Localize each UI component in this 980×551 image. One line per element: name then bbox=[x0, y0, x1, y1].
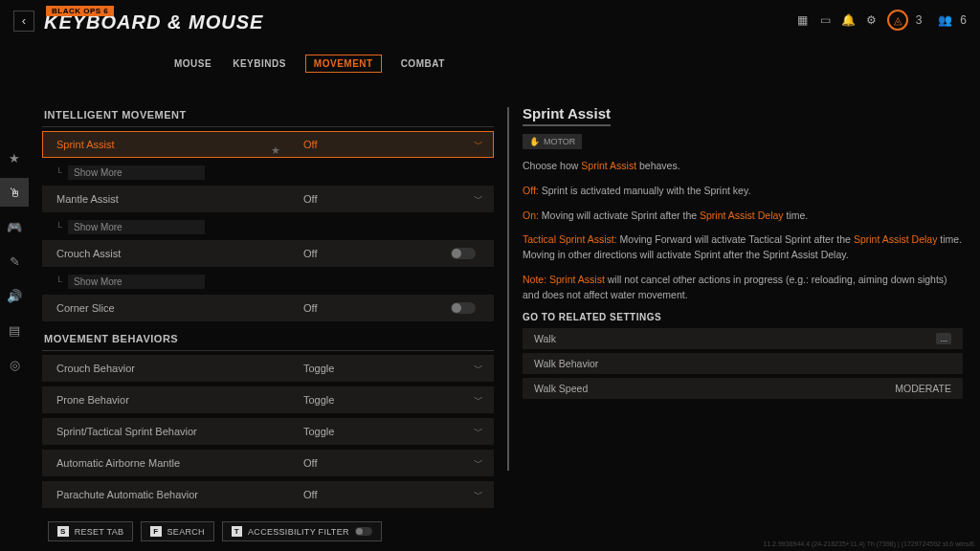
setting-sprint-behavior[interactable]: Sprint/Tactical Sprint Behavior Toggle ﹀ bbox=[42, 418, 494, 445]
setting-crouch-behavior[interactable]: Crouch Behavior Toggle ﹀ bbox=[42, 355, 494, 382]
party-indicator[interactable]: ◬ bbox=[887, 10, 908, 31]
tab-combat[interactable]: COMBAT bbox=[399, 55, 447, 73]
setting-value: Off bbox=[294, 457, 464, 469]
header-right: ▦ ▭ 🔔 ⚙ ◬ 3 👥 6 bbox=[795, 10, 967, 31]
nav-star-icon[interactable]: ★ bbox=[0, 143, 29, 172]
setting-label: Parachute Automatic Behavior bbox=[43, 489, 294, 500]
setting-value: Off bbox=[294, 248, 451, 259]
friends-count: 6 bbox=[960, 13, 967, 27]
star-icon: ★ bbox=[271, 144, 280, 157]
setting-label: Crouch Assist bbox=[43, 248, 294, 259]
tabs: MOUSE KEYBINDS MOVEMENT COMBAT bbox=[172, 55, 980, 73]
section-movement-behaviors: MOVEMENT BEHAVIORS bbox=[42, 329, 494, 351]
toggle-switch[interactable] bbox=[451, 302, 476, 314]
card-icon[interactable]: ▭ bbox=[818, 12, 834, 28]
setting-label: Crouch Behavior bbox=[43, 363, 294, 374]
toggle-switch[interactable] bbox=[355, 527, 372, 536]
back-button[interactable]: ‹ bbox=[13, 11, 34, 32]
accessibility-filter-button[interactable]: TACCESSIBILITY FILTER bbox=[222, 521, 382, 541]
related-label: Walk Behavior bbox=[534, 358, 598, 369]
setting-value: Toggle bbox=[294, 363, 464, 374]
setting-mantle-assist[interactable]: Mantle Assist Off ﹀ bbox=[42, 186, 494, 212]
show-more[interactable]: └Show More bbox=[42, 217, 494, 236]
chevron-down-icon[interactable]: ﹀ bbox=[464, 192, 493, 206]
party-count: 3 bbox=[916, 13, 923, 27]
search-button[interactable]: FSEARCH bbox=[141, 521, 214, 541]
nav-display-icon[interactable]: ▤ bbox=[0, 316, 29, 344]
related-walk[interactable]: Walk ... bbox=[523, 328, 963, 349]
setting-parachute-behavior[interactable]: Parachute Automatic Behavior Off ﹀ bbox=[42, 481, 494, 508]
setting-crouch-assist[interactable]: Crouch Assist Off bbox=[42, 240, 494, 267]
tab-mouse[interactable]: MOUSE bbox=[172, 55, 213, 73]
setting-value: Off bbox=[294, 302, 451, 314]
category-nav: ★ 🖱 🎮 ✎ 🔊 ▤ ◎ bbox=[0, 143, 29, 379]
related-walk-behavior[interactable]: Walk Behavior bbox=[523, 353, 963, 374]
setting-label: Corner Slice bbox=[43, 302, 294, 314]
setting-value: Off bbox=[294, 489, 464, 500]
description-title: Sprint Assist bbox=[523, 105, 611, 126]
divider bbox=[507, 107, 509, 471]
setting-airborne-mantle[interactable]: Automatic Airborne Mantle Off ﹀ bbox=[42, 450, 494, 476]
friends-icon[interactable]: 👥 bbox=[937, 12, 952, 28]
chevron-down-icon[interactable]: ﹀ bbox=[464, 425, 493, 438]
nav-controller-icon[interactable]: 🎮 bbox=[0, 212, 29, 241]
nav-audio-icon[interactable]: 🔊 bbox=[0, 281, 29, 310]
setting-label: Prone Behavior bbox=[43, 394, 294, 406]
chevron-down-icon[interactable]: ﹀ bbox=[464, 456, 493, 470]
keybind-badge: ... bbox=[936, 333, 951, 344]
chevron-down-icon[interactable]: ﹀ bbox=[464, 393, 493, 407]
setting-value: Toggle bbox=[294, 426, 464, 437]
tab-movement[interactable]: MOVEMENT bbox=[305, 55, 382, 73]
setting-prone-behavior[interactable]: Prone Behavior Toggle ﹀ bbox=[42, 386, 494, 413]
section-intelligent-movement: INTELLIGENT MOVEMENT bbox=[42, 105, 494, 127]
description-body: Choose how Sprint Assist behaves. Off: S… bbox=[523, 159, 963, 302]
setting-label: Sprint/Tactical Sprint Behavior bbox=[43, 426, 294, 437]
nav-mouse-icon[interactable]: 🖱 bbox=[0, 178, 29, 207]
show-more[interactable]: └Show More bbox=[42, 163, 494, 182]
show-more[interactable]: └Show More bbox=[42, 272, 494, 291]
grid-icon[interactable]: ▦ bbox=[795, 12, 811, 28]
related-label: Walk bbox=[534, 333, 556, 344]
setting-sprint-assist[interactable]: Sprint Assist★ Off ﹀ bbox=[42, 131, 494, 158]
reset-tab-button[interactable]: SRESET TAB bbox=[48, 521, 133, 541]
tab-keybinds[interactable]: KEYBINDS bbox=[231, 55, 288, 73]
chevron-down-icon[interactable]: ﹀ bbox=[464, 362, 493, 375]
related-settings-title: GO TO RELATED SETTINGS bbox=[523, 312, 963, 322]
footer-actions: SRESET TAB FSEARCH TACCESSIBILITY FILTER bbox=[48, 521, 382, 541]
setting-corner-slice[interactable]: Corner Slice Off bbox=[42, 295, 494, 321]
motor-badge: ✋MOTOR bbox=[523, 134, 582, 149]
setting-label: Mantle Assist bbox=[43, 193, 294, 205]
game-tag: BLACK OPS 6 bbox=[46, 6, 114, 16]
bell-icon[interactable]: 🔔 bbox=[841, 12, 857, 28]
hand-icon: ✋ bbox=[529, 137, 540, 146]
chevron-down-icon[interactable]: ﹀ bbox=[464, 488, 493, 501]
chevron-down-icon[interactable]: ﹀ bbox=[464, 138, 493, 151]
gear-icon[interactable]: ⚙ bbox=[864, 12, 880, 28]
nav-network-icon[interactable]: ◎ bbox=[0, 350, 29, 379]
toggle-switch[interactable] bbox=[451, 248, 476, 259]
related-label: Walk Speed bbox=[534, 383, 588, 394]
related-walk-speed[interactable]: Walk Speed MODERATE bbox=[523, 378, 963, 399]
setting-value: Off bbox=[294, 193, 464, 205]
setting-label: Automatic Airborne Mantle bbox=[43, 457, 294, 469]
setting-value: Toggle bbox=[294, 394, 464, 406]
setting-label: Sprint Assist bbox=[56, 139, 115, 150]
nav-pencil-icon[interactable]: ✎ bbox=[0, 247, 29, 276]
build-version: 11.2.9938944.4 (24-218235+11.4) Th (7398… bbox=[763, 540, 974, 547]
setting-value: Off bbox=[294, 139, 464, 150]
related-value: MODERATE bbox=[895, 383, 951, 394]
